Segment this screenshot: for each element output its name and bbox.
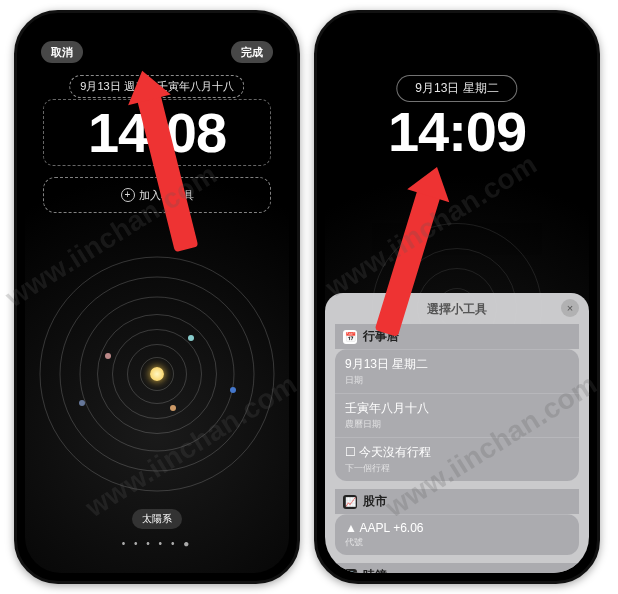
widget-option[interactable]: ▲ AAPL +6.06 代號 (335, 514, 579, 555)
calendar-glyph-icon: ☐ (345, 445, 356, 459)
widget-option-subtitle: 下一個行程 (345, 462, 569, 475)
widget-option-title: ▲ AAPL +6.06 (345, 521, 569, 535)
up-triangle-icon: ▲ (345, 521, 357, 535)
section-name: 時鐘 (363, 567, 387, 573)
calendar-icon: 📅 (343, 330, 357, 344)
widget-option-title: 9月13日 星期二 (345, 356, 569, 373)
clock-icon: 🕑 (343, 569, 357, 574)
notch (97, 21, 217, 45)
widget-option[interactable]: 9月13日 星期二 日期 (335, 349, 579, 393)
page-indicator[interactable]: • • • • • ● (122, 538, 192, 549)
phone-right: 9月13日 星期二 14:09 選擇小工具 × 📅 行事曆 (314, 10, 600, 584)
planet-icon (79, 400, 85, 406)
stocks-icon: 📈 (343, 495, 357, 509)
widget-option-title: ☐ 今天沒有行程 (345, 444, 569, 461)
section-header-clock: 🕑 時鐘 (335, 563, 579, 573)
widget-option-subtitle: 日期 (345, 374, 569, 387)
widget-option[interactable]: 壬寅年八月十八 農曆日期 (335, 393, 579, 437)
section-card-calendar: 9月13日 星期二 日期 壬寅年八月十八 農曆日期 ☐ 今天沒有行程 下一個行程 (335, 349, 579, 481)
widget-option-subtitle: 代號 (345, 536, 569, 549)
section-card-stocks: ▲ AAPL +6.06 代號 (335, 514, 579, 555)
widget-chooser-sheet: 選擇小工具 × 📅 行事曆 9月13日 星期二 日期 壬寅年八月十八 農曆日期 (325, 293, 589, 573)
lock-time: 14:09 (325, 99, 589, 164)
section-name: 股市 (363, 493, 387, 510)
close-button[interactable]: × (561, 299, 579, 317)
sun-icon (150, 367, 164, 381)
done-button[interactable]: 完成 (231, 41, 273, 63)
sheet-title: 選擇小工具 (335, 301, 579, 318)
screen-right: 9月13日 星期二 14:09 選擇小工具 × 📅 行事曆 (325, 21, 589, 573)
notch (397, 21, 517, 45)
widget-option-subtitle: 農曆日期 (345, 418, 569, 431)
widget-option-title: 壬寅年八月十八 (345, 400, 569, 417)
plus-icon: + (121, 188, 135, 202)
cancel-button[interactable]: 取消 (41, 41, 83, 63)
section-header-stocks: 📈 股市 (335, 489, 579, 514)
planet-icon (230, 387, 236, 393)
widget-option[interactable]: ☐ 今天沒有行程 下一個行程 (335, 437, 579, 481)
section-header-calendar: 📅 行事曆 (335, 324, 579, 349)
stage: 取消 完成 9月13日 週二・壬寅年八月十八 14:08 + 加入小工具 (0, 0, 618, 594)
date-widget[interactable]: 9月13日 星期二 (396, 75, 517, 102)
wallpaper-name-pill[interactable]: 太陽系 (132, 509, 182, 529)
solar-system-wallpaper (27, 244, 287, 504)
